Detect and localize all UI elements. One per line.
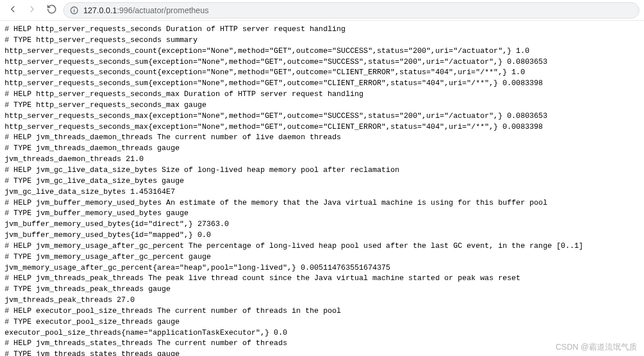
back-button[interactable] [5, 2, 21, 18]
metrics-output: # HELP http_server_requests_seconds Dura… [0, 21, 644, 356]
arrow-right-icon [27, 4, 37, 16]
arrow-left-icon [7, 4, 18, 16]
url-path: /actuator/prometheus [133, 6, 209, 15]
forward-button[interactable] [24, 2, 40, 18]
reload-icon [47, 4, 57, 16]
browser-toolbar: 127.0.0.1:996/actuator/prometheus [0, 0, 644, 21]
address-bar[interactable]: 127.0.0.1:996/actuator/prometheus [63, 2, 639, 18]
reload-button[interactable] [44, 2, 60, 18]
url-port: :996 [117, 6, 132, 15]
info-icon[interactable] [70, 6, 79, 15]
url-text: 127.0.0.1:996/actuator/prometheus [83, 6, 209, 15]
url-host: 127.0.0.1 [83, 6, 117, 15]
